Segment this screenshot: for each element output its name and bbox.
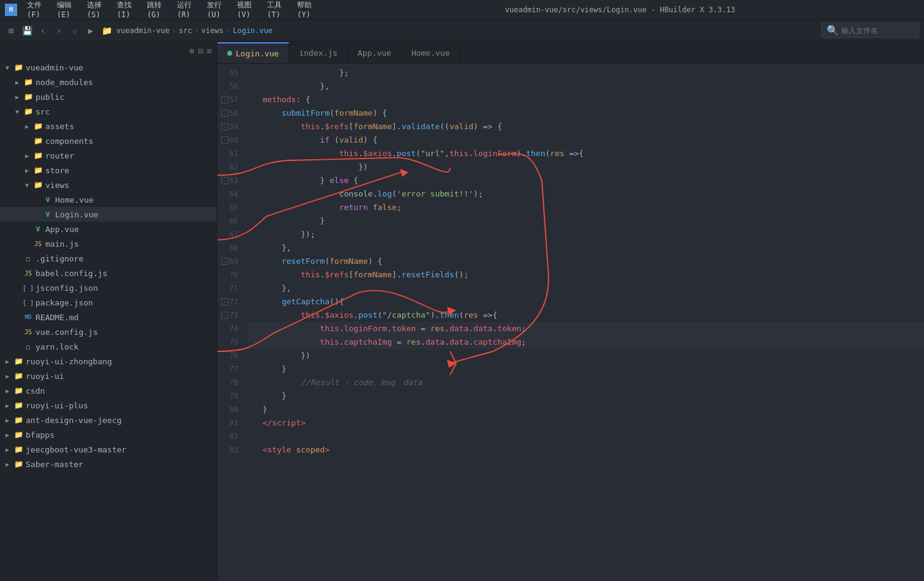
collapse-72[interactable]: - [221,298,228,305]
sidebar-item-src[interactable]: ▼ 📁 src [0,104,217,119]
sidebar-item-jsconfig[interactable]: [ ] jsconfig.json [0,280,217,295]
code-line-80[interactable]: } [248,403,924,416]
sidebar-item-store[interactable]: ▶ 📁 store [0,163,217,178]
sidebar-item-public[interactable]: ▶ 📁 public [0,89,217,104]
breadcrumb-src[interactable]: src [179,26,192,35]
code-line-83[interactable]: <style scoped> [248,443,924,457]
sidebar-item-babel[interactable]: JS babel.config.js [0,266,217,280]
breadcrumb-root[interactable]: vueadmin-vue [116,26,170,35]
collapse-58[interactable]: - [221,110,228,117]
breadcrumb-file[interactable]: Login.vue [233,26,272,35]
code-line-67[interactable]: }); [248,228,924,241]
sidebar-item-ant-design[interactable]: ▶ 📁 ant-design-vue-jeecg [0,413,217,427]
code-line-77[interactable]: } [248,362,924,376]
sidebar-item-views[interactable]: ▼ 📁 views [0,178,217,192]
sidebar-item-vueconfig[interactable]: JS vue.config.js [0,324,217,339]
sidebar-item-ruoyi-plus[interactable]: ▶ 📁 ruoyi-ui-plus [0,398,217,413]
tab-home-vue[interactable]: Home.vue [402,42,460,63]
code-line-71[interactable]: }, [248,282,924,295]
sidebar-item-readme[interactable]: MD README.md [0,310,217,324]
tab-app-vue[interactable]: App.vue [348,42,402,63]
code-line-55[interactable]: }; [248,66,924,80]
code-line-56[interactable]: }, [248,80,924,93]
menu-edit[interactable]: 编辑(E) [52,0,81,20]
menu-help[interactable]: 帮助(Y) [292,0,321,20]
code-line-58[interactable]: submitForm(formName) { [248,107,924,120]
code-line-69[interactable]: resetForm(formName) { [248,255,924,268]
sidebar-item-node-modules[interactable]: ▶ 📁 node_modules [0,75,217,89]
new-file-icon[interactable]: ⊞ [5,24,17,37]
file-icon: □ [23,253,33,263]
code-line-79[interactable]: } [248,389,924,403]
code-line-64[interactable]: console.log('error submit!!'); [248,187,924,201]
sidebar-item-router[interactable]: ▶ 📁 router [0,148,217,163]
sidebar-item-app-vue[interactable]: V App.vue [0,222,217,236]
folder-icon[interactable]: 📁 [100,24,113,37]
sidebar-item-ruoyi-zhongbang[interactable]: ▶ 📁 ruoyi-ui-zhongbang [0,354,217,369]
collapse-69[interactable]: - [221,258,228,265]
sidebar-item-root[interactable]: ▼ 📁 vueadmin-vue [0,60,217,75]
sidebar-item-main-js[interactable]: JS main.js [0,236,217,251]
menu-icon[interactable]: ≡ [207,46,212,56]
code-line-68[interactable]: }, [248,241,924,255]
collapse-59[interactable]: - [221,123,228,130]
code-line-65[interactable]: return false; [248,201,924,214]
tab-login-vue[interactable]: Login.vue [217,42,289,63]
code-line-74[interactable]: this.loginForm.token = res.data.data.tok… [248,322,924,335]
code-line-61[interactable]: this.$axios.post("url",this.loginForm).t… [248,147,924,160]
code-line-57[interactable]: methods: { [248,93,924,107]
bookmark-icon[interactable]: ☆ [69,24,81,37]
code-line-70[interactable]: this.$refs[formName].resetFields(); [248,268,924,282]
code-line-62[interactable]: }) [248,160,924,174]
collapse-73[interactable]: - [221,312,228,319]
menu-file[interactable]: 文件(F) [22,0,51,20]
code-line-75[interactable]: this.captchaImg = res.data.data.captchaI… [248,335,924,349]
code-line-59[interactable]: this.$refs[formName].validate((valid) =>… [248,120,924,133]
code-line-66[interactable]: } [248,214,924,228]
forward-icon[interactable]: › [53,24,65,37]
menu-find[interactable]: 查找(I) [112,0,141,20]
collapse-60[interactable]: - [221,137,228,144]
sidebar-item-components[interactable]: 📁 components [0,133,217,148]
code-line-63[interactable]: } else { [248,174,924,187]
sidebar-item-saber[interactable]: ▶ 📁 Saber-master [0,457,217,471]
vue-file-icon: V [43,209,53,219]
menu-view[interactable]: 视图(V) [232,0,261,20]
sidebar-item-ruoyi-ui[interactable]: ▶ 📁 ruoyi-ui [0,369,217,383]
sidebar-item-csdn[interactable]: ▶ 📁 csdn [0,383,217,398]
menu-publish[interactable]: 发行(U) [202,0,231,20]
breadcrumb-views[interactable]: views [201,26,223,35]
sidebar-item-package[interactable]: [ ] package.json [0,295,217,310]
sidebar-item-login-vue[interactable]: V Login.vue [0,207,217,222]
menu-tools[interactable]: 工具(T) [262,0,291,20]
menu-select[interactable]: 选择(S) [82,0,111,20]
run-icon[interactable]: ▶ [85,24,97,37]
line-num-82: 82 [217,430,243,443]
menu-goto[interactable]: 跳转(G) [142,0,171,20]
sidebar-item-home-vue[interactable]: V Home.vue [0,192,217,207]
code-line-81[interactable]: </script> [248,416,924,430]
save-icon[interactable]: 💾 [21,24,33,37]
code-line-60[interactable]: if (valid) { [248,133,924,147]
menu-run[interactable]: 运行(R) [172,0,201,20]
code-line-76[interactable]: }) [248,349,924,362]
sidebar-item-yarn-lock[interactable]: □ yarn.lock [0,339,217,354]
sidebar-item-assets[interactable]: ▶ 📁 assets [0,119,217,133]
sidebar-item-bfapps[interactable]: ▶ 📁 bfapps [0,427,217,442]
sidebar-item-label: ruoyi-ui-zhongbang [26,357,112,366]
file-search-input[interactable] [841,26,915,35]
collapse-57[interactable]: - [221,96,228,103]
sidebar-item-jeecgboot[interactable]: ▶ 📁 jeecgboot-vue3-master [0,442,217,457]
expand-arrow: ▶ [2,371,12,381]
code-line-78[interactable]: //Result - code、msg、data [248,376,924,389]
file-search-box[interactable]: 🔍 [821,23,919,38]
code-line-82[interactable] [248,430,924,443]
tab-index-js[interactable]: index.js [289,42,348,63]
collapse-63[interactable]: - [221,177,228,184]
add-file-icon[interactable]: ⊕ [189,46,194,56]
sidebar-item-gitignore[interactable]: □ .gitignore [0,251,217,266]
code-line-73[interactable]: this.$axios.post("/captcha").then(res =>… [248,309,924,322]
collapse-icon[interactable]: ⊟ [198,46,203,56]
back-icon[interactable]: ‹ [37,24,49,37]
code-line-72[interactable]: getCaptcha(){ [248,295,924,309]
